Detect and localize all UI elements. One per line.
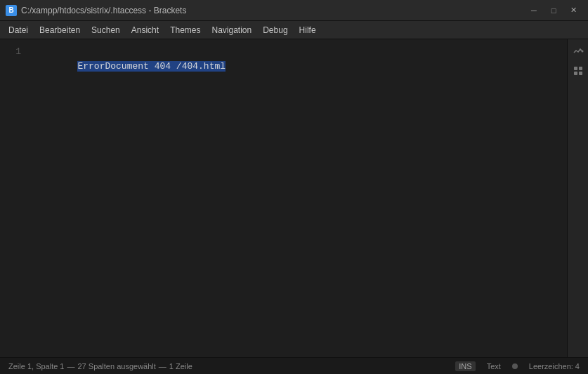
code-content[interactable]: ErrorDocument 404 /404.html xyxy=(28,39,567,357)
status-sep2: — xyxy=(159,362,166,370)
svg-point-0 xyxy=(581,51,583,53)
menu-ansicht[interactable]: Ansicht xyxy=(126,23,164,37)
status-left: Zeile 1, Spalte 1 — 27 Spalten ausgewähl… xyxy=(8,362,452,370)
right-sidebar xyxy=(567,39,588,357)
svg-rect-4 xyxy=(579,72,582,75)
live-preview-icon[interactable] xyxy=(570,44,586,59)
menu-hilfe[interactable]: Hilfe xyxy=(294,23,322,37)
line-numbers: 1 xyxy=(0,39,28,357)
svg-rect-3 xyxy=(574,72,577,75)
app-icon: B xyxy=(6,5,17,16)
svg-rect-2 xyxy=(579,67,582,70)
title-bar: B C:/xampp/htdocs/sistrix/.htaccess - Br… xyxy=(0,0,588,21)
text-label[interactable]: Text xyxy=(487,362,501,370)
lines-count: 1 Zeile xyxy=(169,362,192,370)
menu-bar: Datei Bearbeiten Suchen Ansicht Themes N… xyxy=(0,21,588,39)
menu-suchen[interactable]: Suchen xyxy=(86,23,126,37)
status-bar: Zeile 1, Spalte 1 — 27 Spalten ausgewähl… xyxy=(0,357,588,374)
close-button[interactable]: ✕ xyxy=(564,4,582,18)
selected-code: ErrorDocument 404 /404.html xyxy=(77,61,226,72)
minimize-button[interactable]: ─ xyxy=(525,4,543,18)
ins-badge: INS xyxy=(455,361,475,371)
leerzeichen-label: Leerzeichen: 4 xyxy=(529,362,580,370)
editor-area[interactable]: 1 ErrorDocument 404 /404.html xyxy=(0,39,567,357)
selection-info: 27 Spalten ausgewählt xyxy=(78,362,156,370)
menu-bearbeiten[interactable]: Bearbeiten xyxy=(34,23,86,37)
svg-rect-1 xyxy=(574,67,577,70)
title-bar-left: B C:/xampp/htdocs/sistrix/.htaccess - Br… xyxy=(6,5,186,16)
status-right: INS Text Leerzeichen: 4 xyxy=(455,361,580,371)
code-line-1: ErrorDocument 404 /404.html xyxy=(34,45,567,88)
window-title: C:/xampp/htdocs/sistrix/.htaccess - Brac… xyxy=(21,6,186,15)
menu-themes[interactable]: Themes xyxy=(164,23,206,37)
menu-debug[interactable]: Debug xyxy=(257,23,293,37)
cursor-position: Zeile 1, Spalte 1 xyxy=(8,362,65,370)
extensions-icon[interactable] xyxy=(570,63,586,79)
menu-datei[interactable]: Datei xyxy=(3,23,34,37)
maximize-button[interactable]: □ xyxy=(544,4,563,18)
menu-navigation[interactable]: Navigation xyxy=(206,23,257,37)
status-dot-icon xyxy=(512,363,518,369)
line-number: 1 xyxy=(0,45,21,60)
status-sep1: — xyxy=(67,362,75,370)
window-controls: ─ □ ✕ xyxy=(525,4,582,18)
main-area: 1 ErrorDocument 404 /404.html xyxy=(0,39,588,357)
